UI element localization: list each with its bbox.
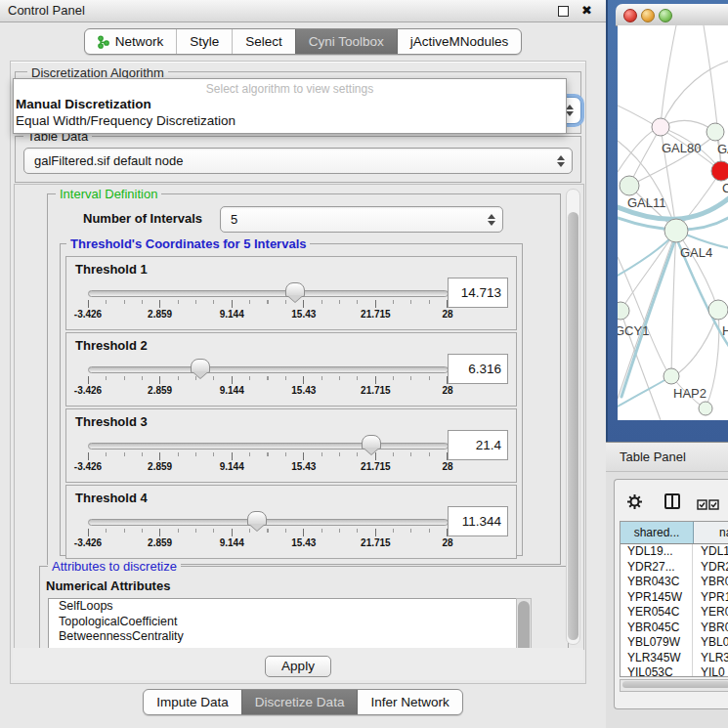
table-row[interactable]: YBL079WYBL0: [621, 635, 728, 651]
table-data-combobox[interactable]: galFiltered.sif default node: [23, 148, 573, 174]
threshold-label: Threshold 1: [75, 262, 148, 277]
network-node[interactable]: [618, 302, 629, 320]
float-icon[interactable]: [558, 6, 569, 17]
apply-button[interactable]: Apply: [265, 656, 331, 677]
table-row[interactable]: YDR27...YDR2: [621, 560, 728, 576]
window-close-icon[interactable]: [623, 9, 637, 22]
tab-network[interactable]: Network: [85, 29, 177, 54]
network-node[interactable]: [699, 402, 712, 415]
table-cell-shared-name: YPR145W: [621, 590, 693, 606]
table-panel-body: shared...na YDL19...YDL1YDR27...YDR2YBR0…: [606, 472, 728, 728]
network-view-window: GAL80GACGAL11GAL4GCY1HHAP2: [606, 0, 728, 442]
attributes-list-scrollbar[interactable]: [516, 598, 532, 650]
attribute-list-item[interactable]: SelfLoops: [49, 599, 516, 615]
network-node[interactable]: [708, 300, 728, 320]
panel-vertical-scrollbar[interactable]: [566, 189, 580, 645]
threshold-value-field[interactable]: 21.4: [448, 430, 508, 460]
table-cell-shared-name: YDL19...: [621, 544, 693, 560]
attributes-scrollbar-thumb[interactable]: [518, 601, 530, 650]
column-header-name[interactable]: na: [694, 522, 728, 543]
tab-infer-network[interactable]: Infer Network: [357, 690, 461, 714]
threshold-slider-track[interactable]: [88, 443, 449, 450]
table-cell-name: YBL0: [693, 635, 728, 651]
number-of-intervals-combobox[interactable]: 5: [220, 206, 503, 233]
table-header-row: shared...na: [621, 522, 728, 544]
tab-label: jActiveMNodules: [410, 34, 509, 49]
slider-ticks-icon: [88, 452, 448, 460]
network-node[interactable]: [707, 123, 724, 141]
table-cell-name: YIL0: [693, 665, 728, 677]
tab-impute-data[interactable]: Impute Data: [144, 690, 241, 714]
table-scrollbar-thumb[interactable]: [622, 681, 728, 688]
threshold-value-field[interactable]: 6.316: [448, 354, 508, 384]
tab-label: Select: [245, 34, 282, 49]
tab-select[interactable]: Select: [232, 29, 295, 54]
panel-scrollbar-thumb[interactable]: [568, 212, 578, 640]
threshold-panel: Threshold 3-3.4262.8599.14415.4321.71528…: [65, 408, 517, 483]
table-row[interactable]: YPR145WYPR1: [621, 590, 728, 606]
threshold-slider-thumb[interactable]: [285, 282, 305, 297]
thresholds-group: Threshold's Coordinates for 5 Intervals …: [60, 243, 523, 556]
threshold-slider-thumb[interactable]: [191, 359, 210, 373]
threshold-value-field[interactable]: 11.344: [448, 506, 508, 536]
table-cell-name: YER0: [693, 605, 728, 621]
network-node[interactable]: [664, 368, 679, 384]
tab-label: Infer Network: [370, 695, 449, 709]
window-zoom-icon[interactable]: [659, 9, 672, 22]
table-cell-shared-name: YBL079W: [621, 635, 693, 651]
close-icon[interactable]: ✖: [581, 2, 592, 20]
network-node[interactable]: [664, 219, 688, 242]
gear-icon[interactable]: [626, 493, 643, 514]
threshold-slider-thumb[interactable]: [362, 435, 381, 450]
network-edge: [621, 231, 676, 311]
tab-label: Discretize Data: [255, 695, 345, 709]
table-cell-shared-name: YBR045C: [621, 621, 693, 636]
threshold-slider-track[interactable]: [88, 366, 449, 373]
tab-style[interactable]: Style: [176, 29, 232, 54]
cyni-toolbox-content: Discretization Algorithm Table Data galF…: [10, 61, 586, 684]
algorithm-popup-placeholder: Select algorithm to view settings: [14, 79, 566, 96]
table-horizontal-scrollbar[interactable]: [620, 679, 728, 692]
table-cell-shared-name: YBR043C: [621, 575, 693, 590]
tab-discretize-data[interactable]: Discretize Data: [241, 690, 358, 714]
checkboxes-icon[interactable]: [697, 496, 720, 514]
tick-label: 28: [442, 537, 452, 548]
network-node[interactable]: [620, 176, 639, 195]
number-of-intervals-value: 5: [231, 212, 237, 227]
algorithm-option[interactable]: Equal Width/Frequency Discretization: [14, 112, 566, 129]
table-row[interactable]: YBR043CYBR0: [621, 575, 728, 590]
table-row[interactable]: YIL053CYIL0: [621, 665, 728, 677]
table-cell-shared-name: YER054C: [621, 605, 693, 621]
tab-jactivemnodules[interactable]: jActiveMNodules: [397, 29, 522, 54]
threshold-slider-thumb[interactable]: [247, 511, 267, 526]
number-of-intervals-label: Number of Intervals: [83, 211, 202, 226]
network-edge: [661, 61, 728, 127]
right-column: GAL80GACGAL11GAL4GCY1HHAP2 Table Panel: [606, 0, 728, 728]
table-row[interactable]: YER054CYER0: [621, 605, 728, 621]
network-window-titlebar[interactable]: [616, 4, 728, 26]
network-canvas[interactable]: GAL80GACGAL11GAL4GCY1HHAP2: [618, 25, 728, 420]
table-row[interactable]: YBR045CYBR0: [621, 621, 728, 636]
column-header-shared-name[interactable]: shared...: [621, 522, 694, 543]
window-minimize-icon[interactable]: [641, 9, 655, 22]
numerical-attributes-list: SelfLoopsTopologicalCoefficientBetweenne…: [48, 598, 517, 650]
control-panel-title: Control Panel: [8, 3, 85, 18]
columns-icon[interactable]: [664, 492, 681, 514]
attribute-list-item[interactable]: BetweennessCentrality: [49, 629, 516, 645]
threshold-value-field[interactable]: 14.713: [448, 278, 508, 308]
network-node[interactable]: [652, 118, 669, 136]
slider-tick-labels: -3.4262.8599.14415.4321.71528: [88, 309, 448, 321]
table-row[interactable]: YLR345WYLR3: [621, 651, 728, 666]
table-cell-name: YDR2: [693, 560, 728, 576]
table-row[interactable]: YDL19...YDL1: [621, 544, 728, 560]
attribute-list-item[interactable]: TopologicalCoefficient: [49, 615, 516, 630]
tab-cyni-toolbox[interactable]: Cyni Toolbox: [295, 29, 397, 54]
threshold-slider-track[interactable]: [88, 519, 449, 526]
threshold-slider-track[interactable]: [88, 290, 449, 297]
apply-row: Apply: [13, 648, 583, 680]
tab-label: Cyni Toolbox: [309, 34, 384, 49]
network-node[interactable]: [711, 161, 728, 181]
tick-label: 2.859: [148, 537, 172, 548]
algorithm-option[interactable]: Manual Discretization: [14, 96, 566, 112]
tick-label: -3.426: [74, 385, 102, 396]
